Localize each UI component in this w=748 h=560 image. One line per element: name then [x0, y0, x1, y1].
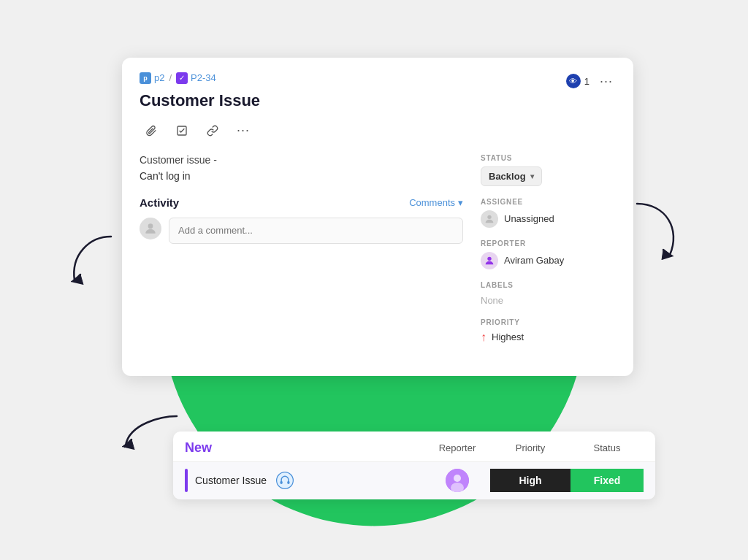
- status-field: STATUS Backlog ▾: [481, 154, 616, 186]
- list-card: New Reporter Priority Status Customer Is…: [173, 431, 655, 499]
- svg-rect-5: [280, 481, 283, 484]
- breadcrumb: p p2 / ✓ P2-34: [140, 72, 566, 84]
- col-status-label: Status: [570, 442, 644, 453]
- comments-label: Comments: [409, 197, 455, 208]
- toolbar-more-button[interactable]: ···: [232, 119, 255, 142]
- assignee-label: ASSIGNEE: [481, 198, 616, 206]
- issue-id-label: P2-34: [191, 72, 216, 83]
- priority-indicator-bar: [185, 469, 188, 492]
- priority-row[interactable]: ↑ Highest: [481, 331, 616, 344]
- priority-arrow-icon: ↑: [481, 331, 486, 344]
- eye-icon: 👁: [566, 74, 581, 88]
- checklist-button[interactable]: [170, 119, 194, 142]
- comments-dropdown[interactable]: Comments ▾: [409, 197, 463, 208]
- reporter-avatar: [481, 252, 498, 269]
- list-row[interactable]: Customer Issue: [173, 461, 655, 499]
- list-row-left: Customer Issue: [185, 469, 424, 492]
- project-label: p2: [154, 72, 164, 83]
- arrow-left: [67, 229, 118, 298]
- list-priority-badge: High: [490, 469, 570, 492]
- comment-row: [140, 218, 463, 244]
- link-button[interactable]: [201, 119, 224, 142]
- priority-value: Highest: [492, 331, 524, 342]
- watcher-badge[interactable]: 👁 1: [566, 74, 589, 88]
- card-sidebar: STATUS Backlog ▾ ASSIGNEE Unassigned: [481, 154, 616, 356]
- more-options-button[interactable]: ···: [597, 74, 616, 89]
- status-button[interactable]: Backlog ▾: [481, 166, 542, 186]
- dropdown-chevron-icon: ▾: [458, 197, 463, 208]
- list-row-cols: High Fixed: [424, 469, 644, 492]
- status-label: STATUS: [481, 154, 616, 162]
- svg-point-1: [148, 223, 153, 229]
- commenter-avatar: [140, 218, 161, 239]
- labels-field: LABELS None: [481, 281, 616, 307]
- attach-button[interactable]: [140, 119, 163, 142]
- activity-title: Activity: [140, 196, 179, 209]
- svg-point-2: [487, 215, 491, 218]
- project-icon: p: [140, 72, 151, 84]
- svg-point-8: [454, 475, 461, 482]
- status-chevron-icon: ▾: [530, 172, 534, 180]
- watcher-count: 1: [584, 76, 589, 87]
- list-header: New Reporter Priority Status: [173, 431, 655, 461]
- breadcrumb-issue[interactable]: ✓ P2-34: [176, 72, 216, 84]
- assignee-field: ASSIGNEE Unassigned: [481, 198, 616, 228]
- reporter-field: REPORTER Aviram Gabay: [481, 239, 616, 269]
- col-priority-label: Priority: [490, 442, 570, 453]
- reporter-value: Aviram Gabay: [504, 255, 564, 266]
- list-reporter-col: [424, 469, 490, 492]
- priority-label: PRIORITY: [481, 318, 616, 326]
- list-issue-name: Customer Issue: [195, 475, 267, 486]
- card-main: Customer issue - Can't log in Activity C…: [140, 154, 463, 356]
- assignee-avatar: [481, 210, 498, 228]
- status-value: Backlog: [489, 171, 526, 182]
- list-column-headers: Reporter Priority Status: [424, 442, 644, 453]
- activity-header: Activity Comments ▾: [140, 196, 463, 209]
- breadcrumb-separator: /: [169, 72, 172, 83]
- svg-point-4: [277, 472, 294, 489]
- svg-rect-6: [287, 481, 289, 484]
- check-icon: ✓: [176, 72, 188, 84]
- reporter-label: REPORTER: [481, 239, 616, 248]
- priority-field: PRIORITY ↑ Highest: [481, 318, 616, 344]
- list-status-badge: Fixed: [570, 469, 644, 492]
- comment-input[interactable]: [169, 218, 463, 244]
- description-line2: Can't log in: [140, 170, 463, 182]
- arrow-right: [630, 196, 688, 272]
- toolbar: ···: [140, 119, 616, 142]
- labels-label: LABELS: [481, 281, 616, 289]
- reporter-row[interactable]: Aviram Gabay: [481, 252, 616, 269]
- description-line1: Customer issue -: [140, 154, 463, 166]
- breadcrumb-project[interactable]: p p2: [140, 72, 164, 84]
- issue-detail-card: p p2 / ✓ P2-34 👁 1 ··· Custom: [122, 58, 633, 376]
- assignee-row[interactable]: Unassigned: [481, 210, 616, 228]
- issue-type-icon: [274, 469, 296, 491]
- col-reporter-label: Reporter: [424, 442, 490, 453]
- list-section-title: New: [185, 440, 424, 456]
- assignee-value: Unassigned: [504, 213, 554, 224]
- issue-title: Customer Issue: [140, 91, 616, 110]
- labels-value: None: [481, 295, 503, 306]
- svg-point-3: [487, 256, 491, 260]
